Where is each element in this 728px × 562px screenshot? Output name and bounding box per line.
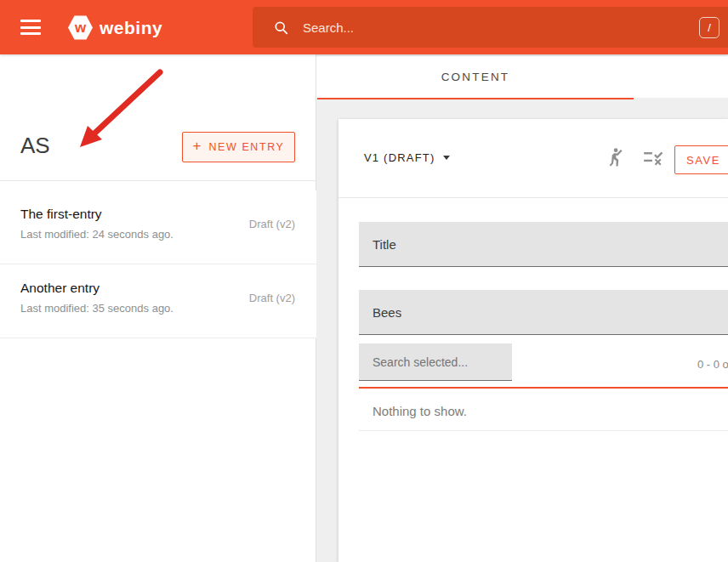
rule-checklist-icon[interactable]	[642, 146, 664, 168]
webiny-logo[interactable]: w webiny	[68, 15, 162, 40]
version-selected-label: V1 (DRAFT)	[364, 151, 435, 164]
entry-form-header: V1 (DRAFT) SAVE	[338, 119, 728, 198]
request-review-person-icon[interactable]	[604, 146, 626, 168]
new-entry-button[interactable]: + NEW ENTRY	[182, 132, 295, 162]
logo-letter: w	[75, 20, 86, 37]
entry-status-badge: Draft (v2)	[249, 218, 295, 230]
entry-title: Another entry	[20, 281, 100, 296]
new-entry-label: NEW ENTRY	[208, 141, 284, 153]
title-field-label: Title	[373, 237, 396, 252]
entries-sidebar: AS + NEW ENTRY The first-entry Last modi…	[0, 54, 316, 562]
webiny-logo-hexagon-icon: w	[68, 15, 93, 40]
logo-wordmark: webiny	[100, 18, 162, 38]
section-divider	[359, 430, 728, 431]
shortcut-key-label: /	[708, 21, 711, 34]
tab-content[interactable]: CONTENT	[317, 56, 634, 98]
entry-list-item[interactable]: Another entry Last modified: 35 seconds …	[0, 264, 316, 338]
section-divider-accent	[359, 387, 728, 389]
content-panel: CONTENT V1 (DRAFT)	[316, 54, 728, 562]
entry-title: The first-entry	[20, 207, 102, 222]
chevron-down-icon	[443, 156, 450, 160]
entry-status-badge: Draft (v2)	[249, 292, 295, 304]
title-field[interactable]: Title	[359, 222, 728, 267]
entry-modified: Last modified: 24 seconds ago.	[20, 228, 173, 241]
empty-list-message: Nothing to show.	[373, 404, 467, 418]
app-header: w webiny /	[0, 0, 728, 54]
entry-list-item[interactable]: The first-entry Last modified: 24 second…	[0, 190, 316, 264]
model-title: AS	[20, 133, 50, 159]
global-search-input[interactable]	[303, 20, 626, 35]
tab-bar: CONTENT	[316, 54, 728, 98]
pagination-label: 0 - 0 of 0	[697, 358, 728, 371]
reference-search-field[interactable]	[359, 343, 512, 381]
version-selector[interactable]: V1 (DRAFT)	[364, 151, 450, 164]
hamburger-menu-icon[interactable]	[20, 20, 41, 35]
tab-content-label: CONTENT	[441, 71, 510, 83]
active-tab-indicator	[317, 98, 634, 99]
search-icon	[274, 20, 288, 35]
reference-search-input[interactable]	[373, 355, 500, 369]
entry-modified: Last modified: 35 seconds ago.	[20, 302, 173, 315]
bees-field[interactable]: Bees	[359, 290, 728, 335]
plus-icon: +	[192, 138, 201, 155]
webiny-admin-screen: w webiny / AS + NEW ENTRY	[0, 0, 728, 562]
keyboard-shortcut-badge: /	[699, 17, 719, 38]
global-search-bar[interactable]	[253, 7, 728, 48]
bees-field-label: Bees	[373, 305, 401, 320]
entry-form-card: V1 (DRAFT) SAVE Title Bee	[338, 119, 728, 562]
save-button[interactable]: SAVE	[674, 145, 728, 174]
